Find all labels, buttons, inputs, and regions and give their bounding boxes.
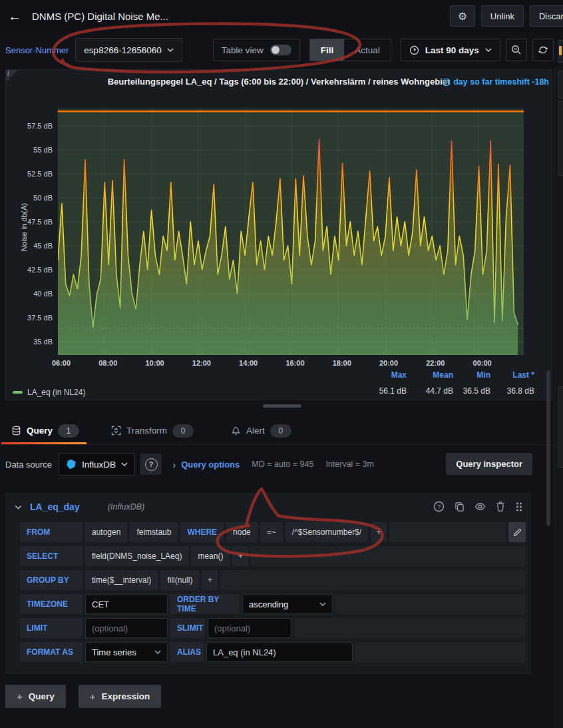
groupby-label: GROUP BY <box>20 570 83 590</box>
panel-resize-handle[interactable] <box>263 404 301 408</box>
query-refid[interactable]: LA_eq_day <box>30 502 80 512</box>
alias-input[interactable] <box>206 642 353 662</box>
add-condition-button[interactable]: + <box>371 522 387 542</box>
slimit-input[interactable] <box>208 618 291 638</box>
disable-query-eye-icon[interactable] <box>474 501 486 512</box>
drag-handle-icon[interactable] <box>515 502 523 512</box>
query-inspector-button[interactable]: Query inspector <box>446 453 532 475</box>
svg-text:?: ? <box>437 504 441 510</box>
query-options-expander[interactable]: › Query options <box>172 459 240 470</box>
series-label: LA_eq (in NL24) <box>27 388 85 397</box>
sensor-variable-dropdown[interactable]: esp8266-12656060 <box>75 38 182 62</box>
format-select[interactable]: Time series <box>85 642 168 662</box>
query-header: LA_eq_day (InfluxDB) ? <box>5 493 531 521</box>
options-pane-sliver <box>554 67 563 728</box>
unlink-button[interactable]: Unlink <box>481 5 524 27</box>
add-groupby-button[interactable]: + <box>202 570 218 590</box>
actual-option[interactable]: Actual <box>344 39 391 61</box>
x-tick-label: 22:00 <box>421 359 450 367</box>
stat-header-mean[interactable]: Mean <box>407 370 453 380</box>
y-tick-label: 57.5 dB <box>27 122 53 130</box>
groupby-fill-pill[interactable]: fill(null) <box>160 570 199 590</box>
aggregation-pill[interactable]: mean() <box>191 546 230 566</box>
y-tick-label: 42.5 dB <box>27 266 53 274</box>
tab-query[interactable]: Query 1 <box>0 417 91 444</box>
stat-value-last: 36.8 dB <box>490 386 534 396</box>
plot-area[interactable] <box>58 109 524 355</box>
refresh-button[interactable] <box>532 39 554 61</box>
add-select-part-button[interactable]: + <box>232 546 248 566</box>
add-expression-button[interactable]: + Expression <box>79 685 162 708</box>
y-tick-label: 35 dB <box>33 338 53 346</box>
query-help-button[interactable]: ? <box>433 501 445 512</box>
top-navigation-bar: ← DNMS (PC) Digital Noise Me... ⚙ Unlink… <box>0 0 563 32</box>
measurement-pill[interactable]: feimstaub <box>130 522 178 542</box>
panel-settings-button[interactable]: ⚙ <box>450 5 475 27</box>
stat-header-max[interactable]: Max <box>359 370 407 380</box>
tab-transform-badge: 0 <box>172 424 194 438</box>
sliver-box <box>558 101 563 176</box>
duplicate-query-icon[interactable] <box>455 502 465 512</box>
order-direction-select[interactable]: ascending <box>242 594 333 614</box>
datasource-picker[interactable]: InfluxDB <box>59 453 135 476</box>
format-value: Time series <box>92 647 136 657</box>
table-view-toggle[interactable] <box>270 45 291 55</box>
stat-header-last[interactable]: Last * <box>490 370 534 380</box>
discard-button[interactable]: Discard <box>530 5 563 27</box>
query-footer: + Query + Expression <box>5 685 161 708</box>
from-label: FROM <box>20 522 83 542</box>
y-axis-tick-labels: 57.5 dB55 dB52.5 dB50 dB47.5 dB45 dB42.5… <box>6 109 53 355</box>
x-tick-label: 20:00 <box>374 359 403 367</box>
dashboard-title: DNMS (PC) Digital Noise Me... <box>32 11 168 22</box>
collapse-chevron-icon[interactable] <box>15 505 22 510</box>
bell-icon <box>231 426 241 436</box>
where-tag-value-pill[interactable]: /^$Sensornumber$/ <box>285 522 368 542</box>
datasource-label: Data source <box>5 460 52 470</box>
influxdb-logo-icon <box>66 459 77 470</box>
datasource-help-button[interactable]: ? <box>140 454 162 475</box>
raw-query-edit-button[interactable] <box>508 522 526 542</box>
orange-marker <box>559 46 562 55</box>
query-options-label: Query options <box>181 460 240 470</box>
where-tag-key-pill[interactable]: node <box>226 522 258 542</box>
sliver-box <box>558 71 563 99</box>
datasource-row: Data source InfluxDB ? › Query options M… <box>0 452 563 477</box>
groupby-interval-pill[interactable]: time($__interval) <box>85 570 158 590</box>
delete-query-trash-icon[interactable] <box>496 502 505 512</box>
row-filler <box>294 618 526 638</box>
row-filler <box>335 594 526 614</box>
gear-icon: ⚙ <box>458 10 467 23</box>
panel-edit-toolbar: Sensor-Nummer esp8266-12656060 Table vie… <box>0 37 563 63</box>
y-tick-label: 50 dB <box>33 194 53 202</box>
legend-series-entry[interactable]: LA_eq (in NL24) <box>13 388 85 397</box>
x-tick-label: 12:00 <box>187 359 216 367</box>
limit-input[interactable] <box>85 618 168 638</box>
table-view-group: Table view <box>213 39 300 61</box>
vertical-scrollbar[interactable] <box>546 370 550 526</box>
legend-stat-values: 56.1 dB 44.7 dB 36.5 dB 36.8 dB <box>359 386 534 396</box>
where-operator-pill[interactable]: =~ <box>260 522 283 542</box>
clipped-toolbar-button[interactable] <box>558 40 563 63</box>
tab-transform[interactable]: Transform 0 <box>100 417 205 444</box>
field-pill[interactable]: field(DNMS_noise_LAeq) <box>85 546 188 566</box>
database-icon <box>11 426 21 436</box>
chevron-down-icon <box>121 462 128 466</box>
noise-level-chart <box>58 109 524 355</box>
query-datasource-hint: (InfluxDB) <box>108 502 145 512</box>
time-range-picker[interactable]: Last 90 days <box>401 39 500 61</box>
back-arrow-icon[interactable]: ← <box>0 0 29 32</box>
tab-alert-badge: 0 <box>270 424 291 438</box>
y-tick-label: 52.5 dB <box>27 170 53 178</box>
stat-header-min[interactable]: Min <box>453 370 490 380</box>
zoom-out-button[interactable] <box>506 39 527 61</box>
add-query-button[interactable]: + Query <box>5 685 66 708</box>
timezone-input[interactable] <box>85 594 168 614</box>
chevron-down-icon <box>485 48 492 52</box>
retention-policy-pill[interactable]: autogen <box>85 522 127 542</box>
limit-row: LIMIT SLIMIT <box>20 618 526 638</box>
timeshift-text: day so far timeshift -18h <box>453 77 549 87</box>
zoom-out-icon <box>511 45 522 55</box>
tab-alert[interactable]: Alert 0 <box>220 417 303 444</box>
timezone-row: TIMEZONE ORDER BY TIME ascending <box>20 594 526 614</box>
fill-option[interactable]: Fill <box>310 39 345 61</box>
